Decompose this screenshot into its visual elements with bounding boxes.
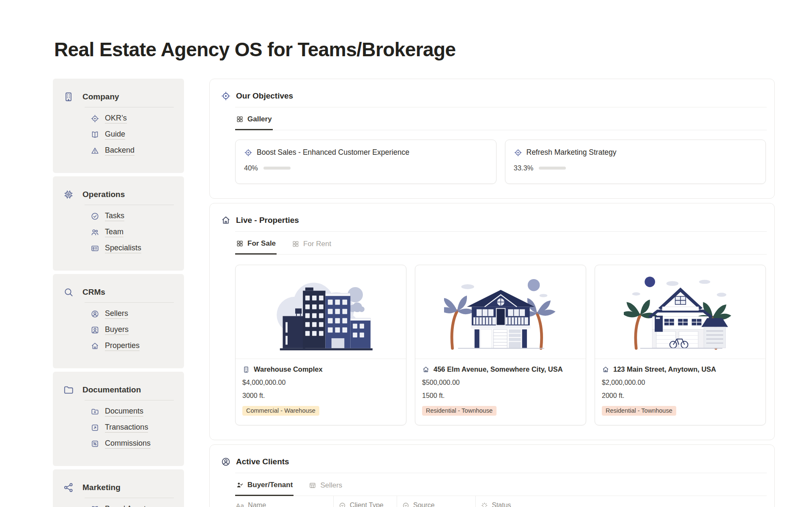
tab-label: Sellers <box>320 481 342 490</box>
objective-card-refresh-marketing[interactable]: Refresh Marketing Strategy 33.3% <box>505 140 766 184</box>
sidebar-item-specialists[interactable]: Specialists <box>91 244 176 253</box>
column-label: Status <box>492 502 511 507</box>
sidebar-item-guide[interactable]: Guide <box>91 130 176 140</box>
section-title: Our Objectives <box>236 91 293 101</box>
property-type-badge: Commercial - Warehouse <box>242 406 319 416</box>
property-price: $4,000,000.00 <box>242 379 399 386</box>
divider <box>85 107 174 107</box>
white-house-illustration <box>595 265 765 359</box>
objective-card-boost-sales[interactable]: Boost Sales - Enhanced Customer Experien… <box>235 140 497 184</box>
sidebar-item-backend[interactable]: Backend <box>91 146 176 156</box>
sidebar-item-label: Brand Assets <box>105 504 150 507</box>
tab-label: Gallery <box>247 115 272 123</box>
property-card-456-elm-avenue[interactable]: 456 Elm Avenue, Somewhere City, USA $500… <box>415 265 586 425</box>
property-price: $2,000,000.00 <box>602 379 759 386</box>
tab-sellers[interactable]: Sellers <box>308 480 343 496</box>
page-title: Real Estate Agency OS for Teams/Brokerag… <box>54 38 775 61</box>
grid-icon <box>236 115 244 123</box>
properties-section: Live - Properties For Sale For Rent <box>209 203 775 440</box>
properties-tab-bar: For Sale For Rent <box>235 238 767 255</box>
sidebar-section-operations: Operations Tasks Team Specialists <box>53 176 184 271</box>
check-circle-icon <box>91 212 99 221</box>
select-icon <box>402 502 409 507</box>
column-label: Name <box>248 502 266 507</box>
clients-table-header: Aa Name Client Type Source <box>235 496 767 507</box>
sidebar-section-company: Company OKR’s Guide Backend <box>53 79 184 173</box>
tab-label: For Rent <box>303 240 331 248</box>
sidebar-item-documents[interactable]: Documents <box>91 407 176 417</box>
section-title: Marketing <box>82 483 121 492</box>
section-title: Documentation <box>82 385 141 395</box>
property-price: $500,000.00 <box>422 379 579 386</box>
sidebar-item-label: Specialists <box>105 244 141 253</box>
sidebar-section-crms: CRMs Sellers Buyers Properties <box>53 274 184 368</box>
section-header: CRMs <box>62 287 176 298</box>
objective-title: Boost Sales - Enhanced Customer Experien… <box>257 148 409 157</box>
beach-house-illustration <box>415 265 586 359</box>
home-icon <box>422 366 430 373</box>
active-clients-section: Active Clients Buyer/Tenant Sellers <box>209 444 775 507</box>
tab-label: For Sale <box>247 239 276 248</box>
property-card-warehouse-complex[interactable]: Warehouse Complex $4,000,000.00 3000 ft.… <box>235 265 406 425</box>
divider <box>235 107 767 107</box>
section-header: Marketing <box>62 482 176 493</box>
tab-label: Buyer/Tenant <box>247 481 293 489</box>
tab-for-sale[interactable]: For Sale <box>235 238 277 255</box>
column-header-client-type[interactable]: Client Type <box>334 496 397 507</box>
tab-gallery[interactable]: Gallery <box>235 114 273 130</box>
sidebar-item-okrs[interactable]: OKR’s <box>91 114 176 123</box>
property-size: 3000 ft. <box>242 392 399 400</box>
user-circle-icon <box>91 310 99 318</box>
sidebar-item-team[interactable]: Team <box>91 227 176 237</box>
home-icon <box>221 215 231 225</box>
column-header-status[interactable]: Status <box>476 496 767 507</box>
home-icon <box>602 366 609 373</box>
property-size: 1500 ft. <box>422 392 579 400</box>
property-name: Warehouse Complex <box>254 365 323 373</box>
divider <box>235 231 767 232</box>
divider <box>85 400 174 400</box>
grid-icon <box>236 240 244 247</box>
select-icon <box>339 502 346 507</box>
tab-for-rent[interactable]: For Rent <box>291 238 332 254</box>
sidebar-item-tasks[interactable]: Tasks <box>91 211 176 221</box>
main-content: Our Objectives Gallery <box>209 79 775 507</box>
tab-buyer-tenant[interactable]: Buyer/Tenant <box>235 480 294 496</box>
property-name: 123 Main Street, Anytown, USA <box>613 365 716 373</box>
column-header-name[interactable]: Aa Name <box>235 496 334 507</box>
property-card-123-main-street[interactable]: 123 Main Street, Anytown, USA $2,000,000… <box>595 265 766 425</box>
person-check-icon <box>236 481 244 489</box>
property-type-badge: Residential - Townhouse <box>602 406 676 416</box>
sidebar: Company OKR’s Guide Backend <box>53 79 184 507</box>
chip-icon <box>63 189 74 200</box>
section-title: Company <box>82 92 119 101</box>
property-size: 2000 ft. <box>602 392 759 400</box>
section-title: Operations <box>82 190 125 199</box>
section-title: Active Clients <box>236 457 289 466</box>
column-header-source[interactable]: Source <box>397 496 476 507</box>
sidebar-item-sellers[interactable]: Sellers <box>91 309 176 319</box>
user-square-icon <box>91 326 99 334</box>
section-header: Operations <box>62 189 176 200</box>
status-icon <box>481 502 488 507</box>
clients-tab-bar: Buyer/Tenant Sellers <box>235 480 767 496</box>
folder-icon <box>63 384 74 395</box>
book-open-icon <box>91 130 99 139</box>
sidebar-item-properties[interactable]: Properties <box>91 341 176 351</box>
objectives-tab-bar: Gallery <box>235 114 767 130</box>
folder-plus-icon <box>91 407 99 416</box>
sidebar-item-label: Transactions <box>105 423 148 433</box>
target-icon <box>91 114 99 123</box>
building-icon <box>242 366 250 373</box>
sidebar-item-label: Backend <box>105 146 134 156</box>
sidebar-item-buyers[interactable]: Buyers <box>91 325 176 335</box>
sidebar-item-brand-assets[interactable]: Brand Assets <box>91 504 176 507</box>
sidebar-item-transactions[interactable]: Transactions <box>91 423 176 433</box>
search-icon <box>63 287 74 298</box>
sidebar-item-commissions[interactable]: Commissions <box>91 439 176 449</box>
notion-page: Real Estate Agency OS for Teams/Brokerag… <box>0 38 812 507</box>
sidebar-item-label: Commissions <box>105 439 151 449</box>
text-icon: Aa <box>236 502 244 507</box>
table-icon <box>309 482 316 489</box>
arrow-square-icon <box>91 423 99 432</box>
